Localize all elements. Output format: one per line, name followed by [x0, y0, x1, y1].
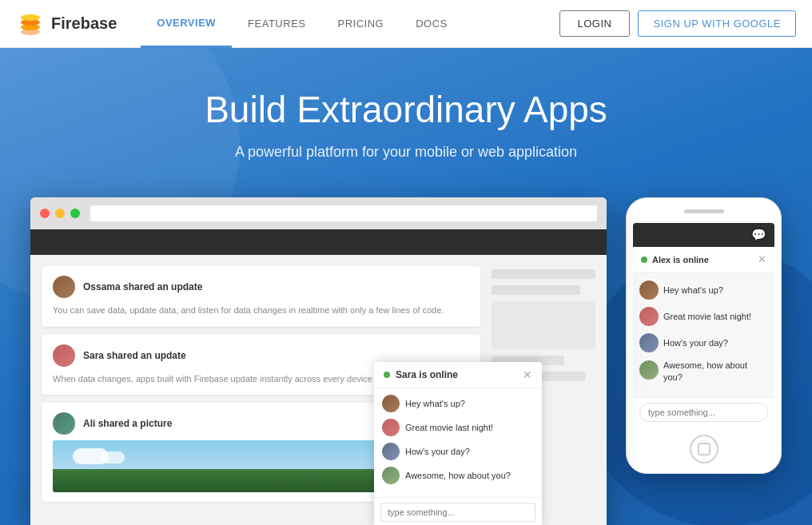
chat-popup-header: Sara is online ✕ [374, 362, 542, 388]
chat-msg-1: Hey what's up? [382, 395, 534, 412]
chat-msg-4-text: Awesome, how about you? [405, 471, 511, 480]
phone-chat-name: Alex is online [652, 255, 709, 264]
browser-dot-red [40, 209, 50, 218]
nav-buttons: LOGIN SIGN UP WITH GOOGLE [559, 10, 796, 37]
logo-text: Firebase [51, 14, 117, 33]
phone-screen: 💬 Alex is online ✕ [633, 223, 774, 427]
phone-msg-2: Great movie last night! [639, 307, 768, 326]
phone-msg-3-avatar [639, 333, 659, 352]
phone-msg-1: Hey what's up? [639, 280, 768, 300]
browser-chat-popup: Sara is online ✕ Hey what's up? Great mo… [374, 362, 542, 525]
navigation: Firebase OVERVIEW FEATURES PRICING DOCS … [0, 0, 812, 48]
phone-messages: Hey what's up? Great movie last night! H… [633, 272, 774, 397]
demo-row: Ossama shared an update You can save dat… [30, 197, 782, 525]
feed-card-1-title: Ossama shared an update [83, 281, 202, 292]
feed-card-2-title: Sara shared an update [83, 350, 186, 361]
phone-home-button[interactable] [690, 435, 718, 463]
phone-input[interactable] [639, 403, 768, 422]
nav-link-overview[interactable]: OVERVIEW [141, 0, 232, 48]
browser-dot-yellow [55, 209, 65, 218]
phone-close-icon[interactable]: ✕ [758, 253, 766, 265]
phone-msg-4-text: Awesome, how about you? [663, 360, 751, 384]
chat-msg-1-avatar [382, 395, 400, 412]
phone-online-dot [641, 257, 647, 263]
feed-card-1-text: You can save data, update data, and list… [53, 304, 469, 317]
phone-msg-1-avatar [639, 280, 659, 300]
phone-speaker [684, 209, 724, 213]
phone-msg-2-avatar [639, 307, 659, 326]
phone-chat-content: Alex is online ✕ Hey what's up? Great mo… [633, 247, 774, 427]
phone-msg-4-avatar [639, 360, 659, 380]
login-button[interactable]: LOGIN [559, 10, 631, 37]
phone-msg-3-text: How's your day? [663, 338, 728, 348]
phone-chat-status-icon: 💬 [751, 228, 766, 242]
phone-msg-4: Awesome, how about you? [639, 360, 768, 384]
phone-mockup: 💬 Alex is online ✕ [626, 197, 782, 474]
logo[interactable]: Firebase [16, 10, 117, 38]
firebase-logo-icon [16, 10, 45, 38]
feed-card-1: Ossama shared an update You can save dat… [42, 266, 480, 327]
chat-msg-3-text: How's your day? [405, 447, 470, 456]
feed-card-3-title: Ali shared a picture [83, 418, 172, 429]
signup-button[interactable]: SIGN UP WITH GOOGLE [638, 10, 796, 37]
nav-link-features[interactable]: FEATURES [232, 0, 321, 48]
browser-url-bar [90, 205, 597, 221]
browser-mockup: Ossama shared an update You can save dat… [30, 197, 607, 525]
browser-dot-green [70, 209, 80, 218]
phone-status-bar: 💬 [633, 223, 774, 247]
phone-msg-1-text: Hey what's up? [663, 285, 723, 295]
chat-msg-3: How's your day? [382, 443, 534, 460]
phone-msg-2-text: Great movie last night! [663, 312, 751, 321]
chat-msg-4-avatar [382, 467, 400, 484]
svg-point-3 [21, 14, 40, 21]
phone-msg-3: How's your day? [639, 333, 768, 352]
chat-popup-name: Sara is online [396, 369, 458, 380]
hero-subtitle: A powerful platform for your mobile or w… [235, 144, 577, 161]
chat-online-indicator [384, 372, 390, 378]
browser-titlebar [30, 197, 607, 229]
hero-title: Build Extraordinary Apps [205, 88, 607, 131]
phone-input-area [633, 397, 774, 427]
chat-close-icon[interactable]: ✕ [523, 368, 532, 381]
chat-msg-2: Great movie last night! [382, 419, 534, 436]
chat-msg-2-avatar [382, 419, 400, 436]
phone-chat-header: Alex is online ✕ [633, 247, 774, 272]
avatar-ossama [53, 276, 75, 298]
chat-input-area [374, 497, 542, 525]
browser-toolbar [30, 229, 607, 255]
chat-msg-4: Awesome, how about you? [382, 467, 534, 484]
nav-link-docs[interactable]: DOCS [400, 0, 464, 48]
chat-msg-2-text: Great movie last night! [405, 423, 493, 432]
avatar-sara [53, 344, 75, 367]
chat-msg-3-avatar [382, 443, 400, 460]
chat-msg-1-text: Hey what's up? [405, 399, 465, 408]
chat-input[interactable] [380, 503, 535, 522]
hero-section: Build Extraordinary Apps A powerful plat… [0, 48, 812, 525]
chat-popup-messages: Hey what's up? Great movie last night! H… [374, 388, 542, 497]
nav-links: OVERVIEW FEATURES PRICING DOCS [141, 0, 559, 48]
nav-link-pricing[interactable]: PRICING [322, 0, 400, 48]
avatar-ali [53, 412, 75, 435]
